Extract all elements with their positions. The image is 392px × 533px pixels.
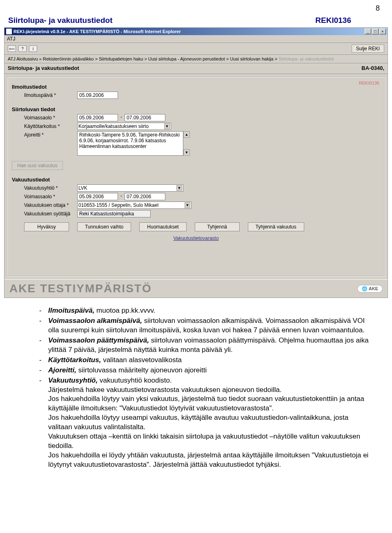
hae-uusi-vakuutus-button: Hae uusi vakuutus [12, 161, 63, 170]
kayttotarkoitus-label: Käyttötarkoitus * [12, 123, 77, 129]
tyhjenna-vakuutus-button[interactable]: Tyhjennä vakuutus [248, 222, 304, 231]
vakuutuksen-ottaja-label: Vakuutuksen ottaja * [12, 202, 77, 208]
chevron-down-icon: ▼ [176, 185, 182, 191]
tunnuksen-vaihto-button[interactable]: Tunnuksen vaihto [77, 222, 131, 231]
ilmoituspaiva-input[interactable] [77, 92, 118, 99]
back-icon[interactable]: ⟸ [8, 45, 16, 52]
doc-bullet: Vakuutusyhtiö, vakuutusyhtiö koodisto.Jä… [37, 376, 372, 470]
vakuutuksen-syottaja-field: Reki Katsastustoimipaika [77, 210, 151, 217]
close-reki-button[interactable]: Sulje REKI [352, 45, 384, 53]
siirtoluvan-heading: Siirtoluvan tiedot [12, 106, 380, 112]
ake-logo: 🌐 AKE [357, 285, 383, 293]
panel-code: REKI0136 [359, 81, 379, 85]
vak-voimassaolo-to-input[interactable] [125, 193, 165, 200]
breadcrumb: ATJ Aloitussivu » Rekisteröinnin päävali… [4, 55, 388, 63]
vakuutuksen-ottaja-select[interactable]: 010653-1555 / Seppelin, Sulo Mikael ▼ [77, 202, 192, 209]
scroll-down-icon[interactable]: ▼ [183, 149, 190, 156]
doc-heading: Siirtolupa- ja vakuutustiedot [8, 16, 315, 25]
vak-voimassaolo-from-input[interactable] [77, 193, 118, 200]
breadcrumb-current: Siirtolupa- ja vakuutustiedot [278, 56, 334, 61]
menubar: ATJ [4, 35, 388, 43]
vak-voimassaolo-label: Voimassaolo * [12, 193, 77, 199]
hyvaksy-button[interactable]: Hyväksy [24, 222, 69, 231]
document-body: Ilmoituspäivä, muotoa pp.kk.vvvv.Voimass… [0, 298, 392, 479]
scroll-up-icon[interactable]: ▲ [183, 131, 190, 138]
page-number: 8 [0, 0, 392, 13]
tyhjenna-button[interactable]: Tyhjennä [195, 222, 240, 231]
vakuutuksen-syottaja-label: Vakuutuksen syöttäjä [12, 210, 77, 217]
kayttotarkoitus-select[interactable]: Korjaamolle/katsastukseen siirto ▼ [77, 123, 171, 130]
doc-bullet: Ilmoituspäivä, muotoa pp.kk.vvvv. [37, 306, 372, 316]
info-icon[interactable]: i [29, 45, 37, 52]
ilmoituspaiva-label: Ilmoituspäivä * [12, 92, 77, 98]
vakuutusyhtio-select[interactable]: LVK ▼ [77, 184, 183, 192]
voimassaolo-from-input[interactable] [77, 114, 118, 121]
range-separator: - [120, 193, 122, 199]
chevron-down-icon: ▼ [185, 202, 190, 208]
huomautukset-button[interactable]: Huomautukset [139, 222, 186, 231]
voimassaolo-label: Voimassaolo * [12, 114, 77, 121]
window-titlebar: REKI-järjestelmä v0.9.1e - AKE TESTIYMPÄ… [4, 28, 388, 35]
voimassaolo-to-input[interactable] [125, 114, 165, 121]
range-separator: - [120, 114, 122, 120]
vakuutusyhtio-label: Vakuutusyhtiö * [12, 184, 77, 191]
registration-code: BA-0340, [361, 65, 384, 71]
doc-code: REKI0136 [315, 16, 351, 25]
minimize-icon[interactable]: _ [365, 29, 371, 34]
vakuutustietovarasto-link[interactable]: Vakuutustietovarasto [173, 235, 218, 241]
breadcrumb-path[interactable]: ATJ Aloitussivu » Rekisteröinnin päävali… [8, 56, 278, 61]
vakuutustiedot-heading: Vakuutustiedot [12, 177, 380, 183]
ilmoitustiedot-heading: Ilmoitustiedot [12, 84, 380, 90]
ajoreitti-label: Ajoreitti * [12, 131, 77, 138]
toolbar: ⟸ ? i Sulje REKI [4, 43, 388, 55]
window-title: REKI-järjestelmä v0.9.1e - AKE TESTIYMPÄ… [13, 29, 365, 34]
page-title: Siirtolupa- ja vakuutustiedot [8, 65, 361, 71]
doc-bullet: Voimassaolon päättymispäivä, siirtoluvan… [37, 336, 372, 355]
footer-env-label: AKE TESTIYMPÄRISTÖ [9, 282, 357, 295]
maximize-icon[interactable]: □ [372, 29, 379, 34]
browser-window: REKI-järjestelmä v0.9.1e - AKE TESTIYMPÄ… [4, 27, 388, 298]
help-icon[interactable]: ? [18, 45, 27, 52]
doc-bullet: Ajoreitti, siirtoluvassa määritelty ajon… [37, 366, 372, 375]
close-icon[interactable]: × [379, 29, 386, 34]
ajoreitti-textarea[interactable]: Riihikoski-Tampere 5.9.06, Tampere-Riihi… [77, 131, 183, 156]
doc-bullet: Voimassaolon alkamispäivä, siirtoluvan v… [37, 316, 372, 335]
menu-atj[interactable]: ATJ [7, 36, 15, 42]
doc-bullet: Käyttötarkoitus, valitaan alasvetovaliko… [37, 356, 372, 365]
content-panel: REKI0136 Ilmoitustiedot Ilmoituspäivä * … [7, 76, 385, 277]
chevron-down-icon: ▼ [164, 123, 170, 129]
app-icon [6, 29, 12, 34]
